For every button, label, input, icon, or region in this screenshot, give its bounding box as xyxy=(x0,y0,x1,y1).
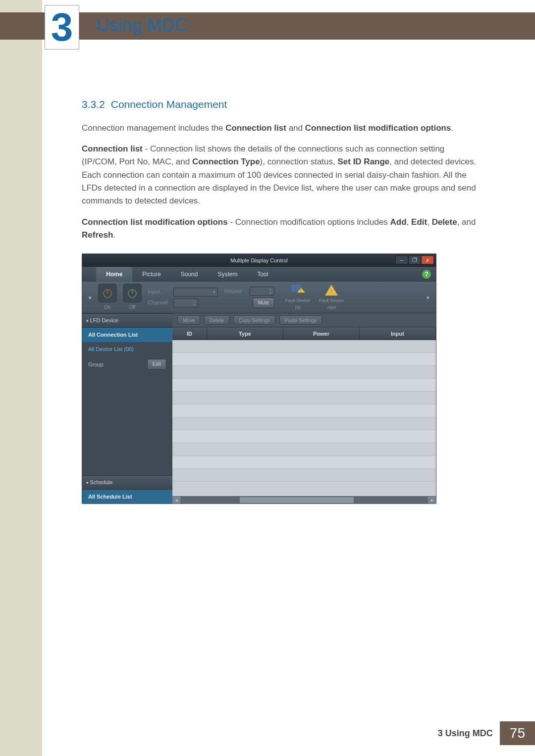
footer-label: 3 Using MDC xyxy=(438,728,493,739)
table-row xyxy=(172,366,436,379)
side-panel: LFD Device All Connection List All Devic… xyxy=(82,313,172,504)
warning-icon: ! xyxy=(324,284,339,297)
input-group: Input Channel ▲▼ xyxy=(148,288,218,307)
side-group-label: Group xyxy=(88,360,104,369)
delete-button[interactable]: Delete xyxy=(204,315,229,325)
horizontal-scrollbar[interactable]: ◂ ▸ xyxy=(172,496,436,504)
power-on-wrap: On xyxy=(98,284,117,311)
tab-home[interactable]: Home xyxy=(96,267,132,282)
table-row xyxy=(172,379,436,392)
tab-tool[interactable]: Tool xyxy=(247,267,278,282)
scroll-left-icon[interactable]: ◂ xyxy=(172,497,180,504)
fault-group: ! Fault Device (0) ! Fault Device Alert xyxy=(285,284,344,311)
top-bar xyxy=(0,12,535,40)
toolbar-scroll-right[interactable]: ▸ xyxy=(426,293,431,302)
fault-device-count[interactable]: ! Fault Device (0) xyxy=(285,284,310,311)
chapter-number-box: 3 xyxy=(45,5,79,50)
col-input[interactable]: Input xyxy=(360,327,436,340)
maximize-button[interactable]: ❐ xyxy=(408,255,421,264)
paragraph-3: Connection list modification options - C… xyxy=(82,216,478,242)
paragraph-2: Connection list - Connection list shows … xyxy=(82,143,478,208)
close-button[interactable]: x xyxy=(421,255,434,264)
table-rows xyxy=(172,340,436,496)
col-id[interactable]: ID xyxy=(172,327,207,340)
toolbar: ◂ On Off Input Channel xyxy=(82,282,436,313)
section-number: 3.3.2 xyxy=(82,99,105,110)
power-off-label: Off xyxy=(129,303,135,311)
col-type[interactable]: Type xyxy=(207,327,283,340)
side-schedule-header[interactable]: Schedule xyxy=(82,475,172,490)
table-row xyxy=(172,443,436,456)
col-power[interactable]: Power xyxy=(283,327,360,340)
tab-sound[interactable]: Sound xyxy=(171,267,208,282)
fault-device-alert[interactable]: ! Fault Device Alert xyxy=(319,284,344,311)
app-screenshot: Multiple Display Control – ❐ x ? Home Pi… xyxy=(82,253,436,504)
toolbar-scroll-left[interactable]: ◂ xyxy=(87,293,92,302)
paste-settings-button[interactable]: Paste Settings xyxy=(279,315,322,325)
table-row xyxy=(172,469,436,482)
table-row xyxy=(172,456,436,469)
side-all-schedule[interactable]: All Schedule List xyxy=(82,490,172,504)
power-on-button[interactable] xyxy=(98,284,117,302)
input-label: Input xyxy=(148,288,170,296)
window-title: Multiple Display Control xyxy=(230,257,288,263)
section-title: Connection Management xyxy=(111,99,227,110)
channel-spinner[interactable]: ▲▼ xyxy=(173,299,198,307)
side-group-row: Group Edit xyxy=(82,356,172,372)
volume-label: Volume xyxy=(224,287,247,296)
side-all-device[interactable]: All Device List (00) xyxy=(82,342,172,356)
table-row xyxy=(172,404,436,417)
scrollbar-thumb[interactable] xyxy=(240,497,354,503)
power-off-wrap: Off xyxy=(123,284,142,311)
copy-settings-button[interactable]: Copy Settings xyxy=(233,315,275,325)
move-button[interactable]: Move xyxy=(177,315,200,325)
side-edit-button[interactable]: Edit xyxy=(147,359,166,370)
table-row xyxy=(172,392,436,404)
table-row xyxy=(172,417,436,430)
section-heading: 3.3.2Connection Management xyxy=(82,97,478,113)
body-content: 3.3.2Connection Management Connection ma… xyxy=(82,97,478,504)
svg-text:!: ! xyxy=(330,288,332,296)
side-lfd-header[interactable]: LFD Device xyxy=(82,313,172,328)
power-icon xyxy=(126,287,138,299)
menu-tabs: Home Picture Sound System Tool xyxy=(82,267,436,282)
channel-label: Channel xyxy=(148,299,170,307)
monitor-warning-icon: ! xyxy=(290,284,305,297)
power-off-button[interactable] xyxy=(123,284,142,302)
page-number: 75 xyxy=(500,721,535,745)
sidebar-stripe xyxy=(0,0,42,756)
table-row xyxy=(172,340,436,353)
tab-system[interactable]: System xyxy=(208,267,247,282)
side-all-connection[interactable]: All Connection List xyxy=(82,328,172,342)
svg-text:!: ! xyxy=(301,288,302,293)
mute-button[interactable]: Mute xyxy=(253,298,274,308)
table-row xyxy=(172,430,436,443)
action-row: Move Delete Copy Settings Paste Settings xyxy=(172,313,436,327)
volume-group: Volume ▲▼ Mute xyxy=(224,287,274,308)
volume-spinner[interactable]: ▲▼ xyxy=(250,287,274,296)
main-area: LFD Device All Connection List All Devic… xyxy=(82,313,436,504)
paragraph-1: Connection management includes the Conne… xyxy=(82,122,478,135)
tab-picture[interactable]: Picture xyxy=(132,267,170,282)
window-buttons: – ❐ x xyxy=(395,255,434,264)
input-dropdown[interactable] xyxy=(173,288,218,297)
chapter-number: 3 xyxy=(51,4,73,50)
minimize-button[interactable]: – xyxy=(395,255,408,264)
page-title: Using MDC xyxy=(97,15,188,36)
content-pane: Move Delete Copy Settings Paste Settings… xyxy=(172,313,436,504)
power-on-label: On xyxy=(104,303,110,311)
table-row xyxy=(172,353,436,366)
footer: 3 Using MDC 75 xyxy=(438,721,535,745)
column-headers: ID Type Power Input xyxy=(172,327,436,340)
scroll-right-icon[interactable]: ▸ xyxy=(428,497,436,504)
window-titlebar: Multiple Display Control – ❐ x xyxy=(82,254,436,267)
power-icon xyxy=(102,287,113,299)
